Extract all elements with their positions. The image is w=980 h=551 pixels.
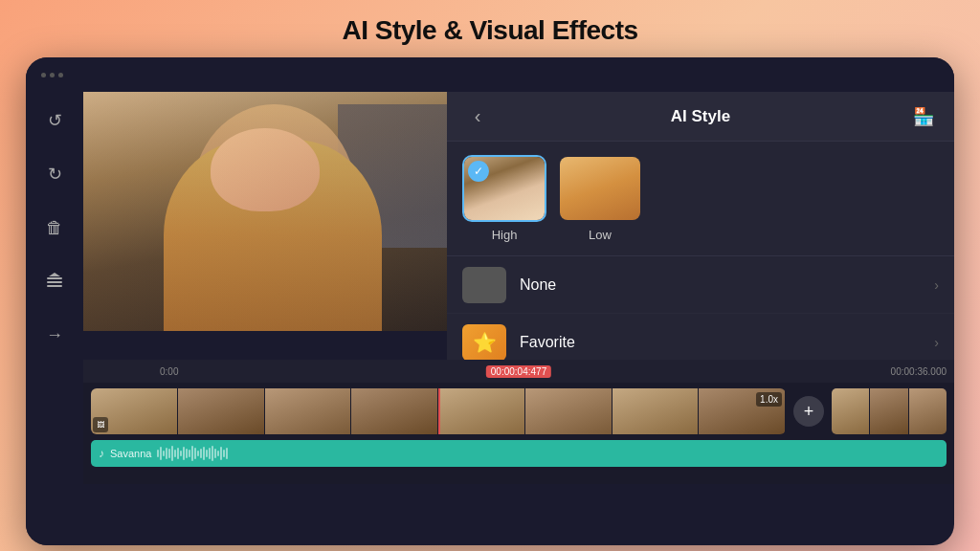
wave-19 [209, 448, 211, 459]
panel-header: ‹ AI Style 🏪 [447, 92, 954, 142]
wave-13 [191, 446, 193, 461]
track-thumb-3 [265, 388, 352, 434]
video-preview [83, 92, 447, 331]
menu-dots-icon [41, 73, 63, 77]
track-thumb-4 [351, 388, 438, 434]
clip-icon-1: 🖼 [93, 417, 108, 432]
dot1 [41, 73, 46, 77]
wave-23 [220, 447, 222, 460]
audio-track-row: ♪ Savanna [91, 440, 947, 467]
favorite-thumb: ⭐ [462, 324, 506, 361]
dot2 [50, 73, 55, 77]
audio-icon: ♪ [99, 447, 104, 460]
timeline-area: 0:00 00:00:04:477 00:00:36.000 🖼 [83, 360, 954, 484]
device-frame: ↺ ↻ 🗑 → [26, 57, 954, 545]
quality-low[interactable]: Low [558, 155, 642, 242]
wave-11 [186, 449, 188, 458]
audio-track: ♪ Savanna [91, 440, 947, 467]
toolbar-layers[interactable] [37, 264, 72, 298]
wave-7 [174, 450, 176, 457]
panel-title: AI Style [671, 107, 730, 126]
right-clips [832, 388, 947, 434]
wave-6 [171, 446, 173, 461]
wave-3 [163, 451, 165, 456]
quality-high-img[interactable]: ✓ [462, 155, 546, 222]
top-bar [26, 57, 954, 92]
ruler-time-right: 00:00:36.000 [891, 366, 947, 377]
favorite-label: Favorite [520, 334, 934, 351]
wave-17 [203, 447, 205, 460]
main-area: ↺ ↻ 🗑 → [26, 92, 954, 545]
toolbar-export[interactable]: → [37, 318, 72, 352]
wave-12 [189, 450, 190, 457]
quality-row: ✓ High Low [447, 142, 954, 256]
wave-16 [200, 449, 202, 458]
track-thumb-7 [612, 388, 700, 434]
audio-name: Savanna [110, 448, 151, 459]
playhead-line [438, 388, 440, 434]
quality-low-label: Low [589, 228, 612, 242]
back-button[interactable]: ‹ [462, 101, 493, 132]
wave-10 [183, 447, 185, 460]
wave-5 [168, 449, 170, 458]
right-clip-2 [870, 388, 907, 434]
dot3 [58, 73, 63, 77]
right-clip-3 [909, 388, 947, 434]
none-thumb-inner [462, 267, 506, 303]
audio-waveform [157, 446, 939, 461]
right-clip-strip [832, 388, 947, 434]
content-row: ‹ AI Style 🏪 ✓ High [83, 92, 954, 360]
cartoon-effect-overlay [83, 92, 447, 331]
wave-9 [180, 451, 182, 456]
track-thumb-6 [525, 388, 612, 434]
timeline-ruler: 0:00 00:00:04:477 00:00:36.000 [83, 360, 954, 383]
wave-25 [226, 448, 228, 459]
svg-rect-2 [47, 285, 62, 287]
wave-21 [214, 449, 216, 458]
ai-style-panel: ‹ AI Style 🏪 ✓ High [447, 92, 954, 360]
quality-high[interactable]: ✓ High [462, 155, 546, 242]
wave-20 [212, 446, 213, 461]
menu-item-none[interactable]: None › [447, 256, 954, 314]
selected-check-icon: ✓ [468, 161, 489, 182]
toolbar-redo[interactable]: ↻ [37, 157, 72, 191]
menu-item-favorite[interactable]: ⭐ Favorite › [447, 314, 954, 360]
wave-2 [160, 447, 162, 460]
track-thumb-1: 🖼 [91, 388, 178, 434]
wave-1 [157, 450, 159, 457]
wave-4 [166, 448, 167, 459]
none-label: None [520, 276, 934, 294]
track-thumbnails: 🖼 1.0x [91, 388, 786, 434]
left-toolbar: ↺ ↻ 🗑 → [26, 92, 83, 545]
toolbar-delete[interactable]: 🗑 [37, 210, 72, 245]
wave-24 [223, 450, 225, 457]
quality-high-preview: ✓ [464, 157, 545, 220]
add-clip-button[interactable]: + [793, 396, 824, 427]
wave-18 [206, 450, 208, 457]
speed-badge: 1.0x [756, 392, 782, 407]
quality-low-img[interactable] [558, 155, 642, 222]
wave-8 [177, 448, 179, 459]
wave-22 [217, 451, 219, 456]
timeline-tracks: 🖼 1.0x + [83, 383, 954, 484]
favorite-chevron-icon: › [934, 335, 939, 350]
svg-marker-3 [49, 273, 60, 276]
video-track: 🖼 1.0x + [91, 386, 947, 436]
quality-low-preview [560, 157, 640, 220]
ruler-time-left: 0:00 [160, 366, 178, 377]
none-thumb [462, 267, 506, 303]
favorite-thumb-inner: ⭐ [462, 324, 506, 361]
right-clip-1 [832, 388, 869, 434]
none-chevron-icon: › [934, 277, 939, 293]
ruler-playhead-time: 00:00:04:477 [486, 365, 551, 378]
quality-high-label: High [492, 228, 518, 242]
shop-icon[interactable]: 🏪 [908, 101, 939, 132]
video-preview-inner [83, 92, 447, 331]
page-title: AI Style & Visual Effects [342, 15, 637, 46]
wave-15 [197, 451, 199, 456]
track-thumb-5 [438, 388, 525, 434]
toolbar-undo[interactable]: ↺ [37, 103, 72, 138]
track-thumb-2 [178, 388, 265, 434]
svg-rect-1 [47, 281, 62, 283]
wave-14 [194, 448, 196, 459]
